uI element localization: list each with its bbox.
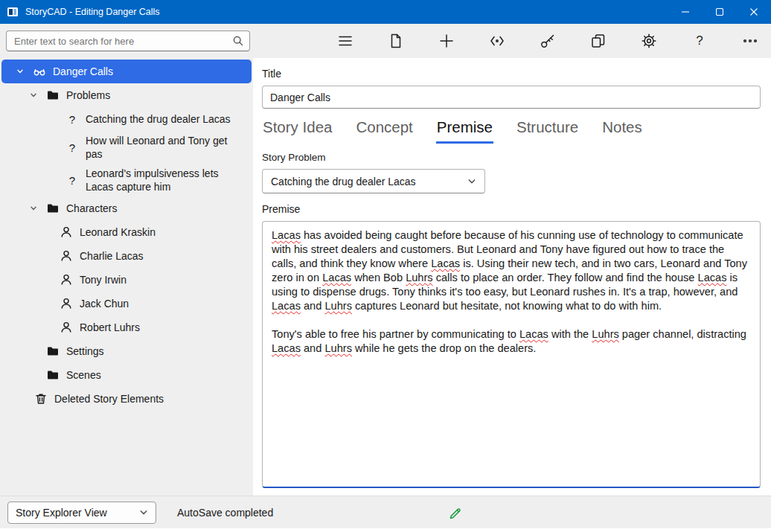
search-box <box>6 31 250 51</box>
view-selector-dropdown[interactable]: Story Explorer View <box>7 501 156 524</box>
sidebar-item-label: Problems <box>66 86 110 105</box>
copy-icon[interactable] <box>589 32 607 50</box>
tab-notes[interactable]: Notes <box>601 118 643 144</box>
title-label: Title <box>262 68 761 80</box>
sidebar-item-label: Leonard's impulsiveness lets Lacas captu… <box>86 164 246 196</box>
trash-icon <box>34 392 48 406</box>
more-ellipsis-icon[interactable] <box>741 32 759 50</box>
chevron-down-icon[interactable] <box>27 205 40 212</box>
search-input[interactable] <box>6 31 250 51</box>
question-mark-icon: ? <box>65 141 79 154</box>
tab-bar: Story Idea Concept Premise Structure Not… <box>262 118 761 144</box>
person-icon <box>60 297 73 310</box>
tab-story-idea[interactable]: Story Idea <box>262 118 333 144</box>
question-mark-icon: ? <box>65 174 79 187</box>
sidebar-item-label: Characters <box>66 199 117 218</box>
maximize-button[interactable] <box>703 0 737 24</box>
folder-icon <box>46 344 60 358</box>
premise-textbox[interactable]: Lacas has avoided being caught before be… <box>262 221 761 488</box>
app-window: StoryCAD - Editing Danger Calls ? <box>0 0 771 532</box>
sidebar-item-scenes[interactable]: Scenes <box>1 363 252 387</box>
sidebar-item-problem-how-will[interactable]: ? How will Leonard and Tony get pas <box>1 131 252 164</box>
window-title: StoryCAD - Editing Danger Calls <box>25 7 668 17</box>
settings-gear-icon[interactable] <box>640 32 658 50</box>
key-tools-icon[interactable] <box>539 32 557 50</box>
minimize-button[interactable] <box>668 0 703 24</box>
tab-premise[interactable]: Premise <box>436 118 493 144</box>
sidebar-item-label: Catching the drug dealer Lacas <box>86 109 231 129</box>
sidebar-item-label: Jack Chun <box>80 294 129 313</box>
sidebar-item-label: Settings <box>66 342 104 361</box>
sidebar-item-deleted-story-elements[interactable]: Deleted Story Elements <box>1 387 252 411</box>
person-icon <box>60 273 73 286</box>
statusbar: Story Explorer View AutoSave completed <box>0 496 771 528</box>
sidebar-item-label: Leonard Kraskin <box>80 222 156 242</box>
add-element-icon[interactable] <box>438 32 455 50</box>
tab-concept[interactable]: Concept <box>355 118 413 144</box>
premise-text: Lacas has avoided being caught before be… <box>272 228 751 356</box>
premise-label: Premise <box>262 203 761 215</box>
search-icon <box>232 35 244 47</box>
sidebar-item-character-jack[interactable]: Jack Chun <box>1 292 252 315</box>
story-problem-value: Catching the drug dealer Lacas <box>271 176 416 188</box>
navigation-tree: Danger Calls Problems ? Catching the dru… <box>0 58 253 496</box>
question-mark-icon: ? <box>65 113 79 126</box>
chevron-down-icon <box>139 508 148 517</box>
edit-pencil-icon[interactable] <box>448 506 463 521</box>
app-icon <box>7 6 19 18</box>
folder-icon <box>46 89 60 102</box>
view-selector-value: Story Explorer View <box>16 507 107 519</box>
tab-structure[interactable]: Structure <box>516 118 579 144</box>
person-icon <box>60 249 73 263</box>
main-content: Title Story Idea Concept Premise Structu… <box>253 58 771 496</box>
toolbar: ? <box>0 24 771 58</box>
sidebar-item-label: Charlie Lacas <box>80 246 144 266</box>
sidebar-item-character-robert[interactable]: Robert Luhrs <box>1 315 252 339</box>
sidebar-item-label: Deleted Story Elements <box>54 389 164 408</box>
chevron-down-icon[interactable] <box>27 92 40 99</box>
sidebar-item-problems[interactable]: Problems <box>1 83 252 107</box>
sidebar-item-label: Scenes <box>66 365 101 385</box>
folder-icon <box>46 368 60 382</box>
close-button[interactable] <box>737 0 771 24</box>
sidebar-item-label: How will Leonard and Tony get pas <box>86 131 246 164</box>
menu-icon[interactable] <box>336 32 354 50</box>
sidebar-item-label: Robert Luhrs <box>80 318 140 337</box>
sidebar-item-character-tony[interactable]: Tony Irwin <box>1 268 252 292</box>
person-icon <box>60 225 73 239</box>
move-element-icon[interactable] <box>488 32 506 50</box>
window-bottom-edge <box>0 528 771 532</box>
sidebar-item-character-charlie[interactable]: Charlie Lacas <box>1 244 252 268</box>
sidebar-item-problem-catching[interactable]: ? Catching the drug dealer Lacas <box>1 107 252 131</box>
folder-icon <box>46 202 60 215</box>
story-problem-label: Story Problem <box>262 152 761 163</box>
help-icon[interactable]: ? <box>691 32 708 50</box>
sidebar-item-settings[interactable]: Settings <box>1 339 252 363</box>
chevron-down-icon[interactable] <box>13 68 27 75</box>
story-problem-dropdown[interactable]: Catching the drug dealer Lacas <box>262 169 485 193</box>
sidebar-item-danger-calls[interactable]: Danger Calls <box>1 60 252 83</box>
sidebar-item-label: Tony Irwin <box>80 270 127 289</box>
title-input[interactable] <box>262 86 761 109</box>
story-overview-icon <box>33 65 46 78</box>
autosave-status: AutoSave completed <box>177 507 273 519</box>
sidebar-item-characters[interactable]: Characters <box>1 196 252 220</box>
sidebar-item-label: Danger Calls <box>53 62 113 81</box>
new-file-icon[interactable] <box>387 32 405 50</box>
titlebar: StoryCAD - Editing Danger Calls <box>0 0 771 24</box>
person-icon <box>60 321 73 334</box>
sidebar-item-character-leonard[interactable]: Leonard Kraskin <box>1 220 252 244</box>
sidebar-item-problem-impulsiveness[interactable]: ? Leonard's impulsiveness lets Lacas cap… <box>1 164 252 196</box>
chevron-down-icon <box>467 177 476 186</box>
